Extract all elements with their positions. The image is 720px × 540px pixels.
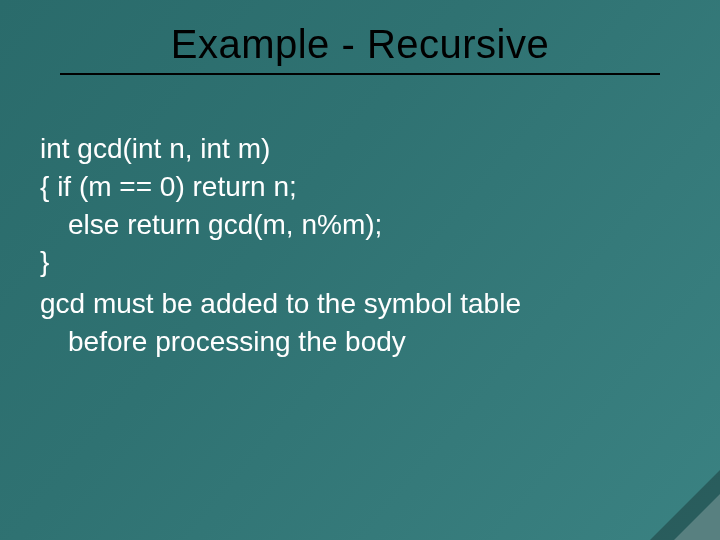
note-line-2: before processing the body (40, 323, 680, 361)
slide-title: Example - Recursive (0, 22, 720, 75)
note-line-1: gcd must be added to the symbol table (40, 285, 680, 323)
corner-fold-icon (674, 494, 720, 540)
code-line-3: else return gcd(m, n%m); (40, 206, 680, 244)
code-line-2: { if (m == 0) return n; (40, 168, 680, 206)
slide: Example - Recursive int gcd(int n, int m… (0, 0, 720, 540)
note-remainder: processing the body (147, 326, 405, 357)
code-line-1: int gcd(int n, int m) (40, 130, 680, 168)
slide-body: int gcd(int n, int m) { if (m == 0) retu… (40, 130, 680, 361)
code-line-4: } (40, 243, 680, 281)
note-emphasis: before (68, 326, 147, 357)
